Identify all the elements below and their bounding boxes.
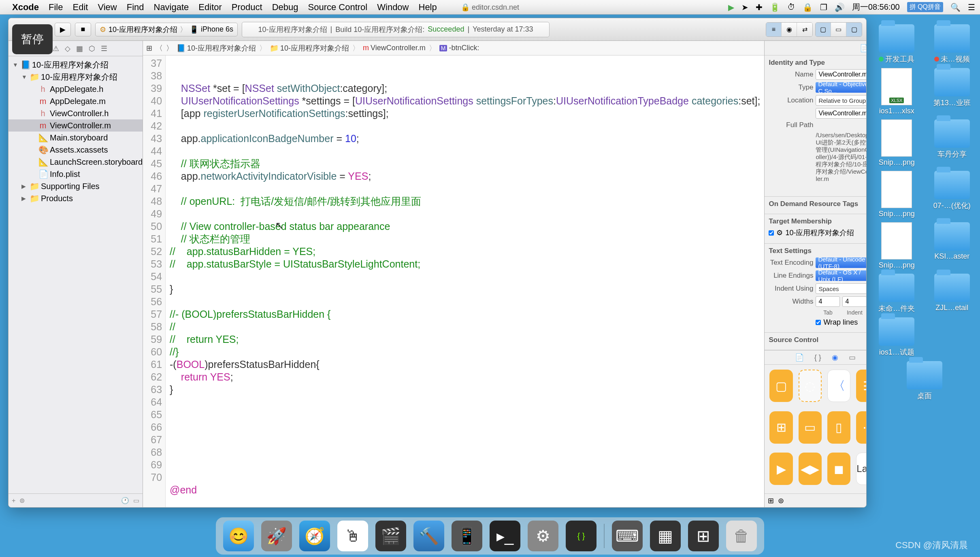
file-inspector-icon[interactable]: 📄	[860, 44, 866, 53]
desktop-item[interactable]: 第13…业班	[928, 68, 976, 115]
dock-app2[interactable]: ▦	[650, 521, 681, 551]
lib-collection[interactable]: ⊞	[769, 411, 793, 444]
navigator-toggle-icon[interactable]: ▢	[816, 23, 831, 36]
navigator-filter-bar[interactable]: + ⊚ 🕐 ▭	[9, 493, 143, 507]
lineending-select[interactable]: Default - OS X / Unix (LF)⌄	[816, 270, 866, 281]
report-nav-icon[interactable]: ☰	[101, 44, 107, 53]
back-icon[interactable]: 〈	[156, 43, 163, 53]
menu-sourcecontrol[interactable]: Source Control	[308, 2, 368, 13]
name-field[interactable]: ViewController.m	[816, 69, 866, 80]
dock-settings[interactable]: ⚙	[528, 521, 558, 551]
forward-icon[interactable]: 〉	[166, 43, 173, 53]
stop-button[interactable]: ■	[75, 23, 91, 36]
tree-item[interactable]: ▶📁Products	[9, 192, 143, 204]
dock-launchpad[interactable]: 🚀	[261, 521, 292, 551]
menu-navigate[interactable]: Navigate	[154, 2, 189, 13]
desktop-item[interactable]: KSI…aster	[928, 222, 976, 270]
status-battery-icon[interactable]: 🔋	[770, 2, 780, 12]
menu-file[interactable]: File	[49, 2, 63, 13]
status-time-icon[interactable]: ⏱	[787, 2, 795, 12]
dock-app1[interactable]: ⌨	[612, 521, 643, 551]
desktop-item[interactable]: 未命…件夹	[873, 274, 921, 313]
library-tabs[interactable]: 📄 { } ◉ ▭	[765, 350, 866, 365]
tree-item[interactable]: hViewController.h	[9, 107, 143, 119]
dock-trash[interactable]: 🗑	[726, 521, 757, 551]
editor-mode-segment[interactable]: ≡ ◉ ⇄	[766, 22, 813, 37]
panel-toggle-segment[interactable]: ▢ ▭ ▢	[815, 22, 862, 37]
status-lock-icon[interactable]: 🔒	[803, 2, 813, 12]
tree-item[interactable]: mAppDelegate.m	[9, 95, 143, 107]
menu-view[interactable]: View	[98, 2, 117, 13]
menu-find[interactable]: Find	[127, 2, 144, 13]
debug-toggle-icon[interactable]: ▭	[831, 23, 846, 36]
lib-gl[interactable]: ◀▶	[799, 453, 822, 485]
tree-item[interactable]: hAppDelegate.h	[9, 83, 143, 95]
filter-icon[interactable]: ⊚	[19, 497, 25, 504]
desktop-item[interactable]: 车丹分享	[928, 119, 976, 167]
lib-container[interactable]: ◌	[799, 370, 822, 402]
dock-mouse[interactable]: 🖱	[337, 521, 368, 551]
target-checkbox[interactable]	[769, 230, 774, 236]
related-items-icon[interactable]: ⊞	[146, 44, 152, 53]
scm-filter-icon[interactable]: ▭	[133, 497, 139, 504]
status-add-icon[interactable]: ✚	[756, 2, 763, 12]
tab-width-field[interactable]: 4	[816, 296, 840, 307]
desktop-item[interactable]: 未…视频	[928, 24, 976, 64]
tree-item[interactable]: 📐Main.storyboard	[9, 132, 143, 144]
test-nav-icon[interactable]: ◇	[65, 44, 70, 53]
code-content[interactable]: NSSet *set = [NSSet setWithObject:catego…	[166, 55, 764, 507]
jump-bar[interactable]: ⊞ 〈 〉 📘10-应用程序对象介绍〉 📁10-应用程序对象介绍〉 m View…	[143, 41, 764, 55]
project-tree[interactable]: ▼📘10-应用程序对象介绍▼📁10-应用程序对象介绍hAppDelegate.h…	[9, 56, 143, 493]
menu-editor[interactable]: Editor	[198, 2, 222, 13]
encoding-select[interactable]: Default - Unicode (UTF-8)⌄	[816, 257, 866, 268]
tree-item[interactable]: ▼📘10-应用程序对象介绍	[9, 59, 143, 71]
grid-view-icon[interactable]: ⊞	[768, 496, 774, 505]
lib-tab[interactable]: ▭	[799, 411, 822, 444]
inspector-toggle-icon[interactable]: ▢	[846, 23, 862, 36]
desktop-item[interactable]: Snip….png	[873, 171, 921, 218]
filter-field-icon[interactable]: ⊚	[778, 496, 784, 505]
desktop-item[interactable]: Snip….png	[873, 222, 921, 270]
library-filter-bar[interactable]: ⊞ ⊚	[765, 493, 866, 507]
scheme-selector[interactable]: ⚙10-应用程序对象介绍〉 📱iPhone 6s	[95, 23, 238, 36]
tree-item[interactable]: mViewController.m	[9, 119, 143, 132]
menu-edit[interactable]: Edit	[72, 2, 88, 13]
lib-nav[interactable]: 〈	[827, 370, 850, 402]
wrap-checkbox[interactable]	[816, 320, 821, 325]
dock-code[interactable]: { }	[566, 521, 597, 551]
status-play-icon[interactable]: ▶	[728, 2, 734, 12]
desktop-item[interactable]: Snip….png	[873, 119, 921, 167]
tree-item[interactable]: 📄Info.plist	[9, 168, 143, 180]
status-location-icon[interactable]: ➤	[741, 2, 748, 12]
dock-calc[interactable]: ⊞	[688, 521, 719, 551]
indent-select[interactable]: Spaces⌄	[816, 283, 866, 294]
code-snippet-icon[interactable]: { }	[814, 353, 821, 362]
dock-terminal[interactable]: ▸_	[490, 521, 520, 551]
run-button[interactable]: ▶	[55, 23, 71, 36]
dock-finder[interactable]: 😊	[223, 521, 254, 551]
desktop-item[interactable]: ios1….xlsx	[873, 68, 921, 115]
status-search-icon[interactable]: 🔍	[950, 2, 961, 12]
status-screen-icon[interactable]: ❐	[820, 2, 827, 12]
code-editor[interactable]: 3738394041424344454647484950515253545556…	[143, 55, 764, 507]
object-library-grid[interactable]: ▢ ◌ 〈 ☰ ⊞ ▭ ▯ ⋯ ▶ ◀▶ ◼ Label	[765, 365, 866, 493]
menu-window[interactable]: Window	[377, 2, 409, 13]
version-editor-icon[interactable]: ⇄	[797, 23, 812, 36]
breakpoint-nav-icon[interactable]: ⬡	[89, 44, 95, 53]
menu-help[interactable]: Help	[419, 2, 437, 13]
status-notifications-icon[interactable]: ☰	[968, 2, 975, 12]
type-select[interactable]: Default - Objective-C So...⌄	[816, 82, 866, 93]
tree-item[interactable]: ▶📁Supporting Files	[9, 180, 143, 192]
lib-split[interactable]: ▯	[827, 411, 850, 444]
lib-table[interactable]: ☰	[856, 370, 866, 402]
indent-width-field[interactable]: 4	[842, 296, 866, 307]
clock-filter-icon[interactable]: 🕐	[121, 497, 129, 504]
dock[interactable]: 😊 🚀 🧭 🖱 🎬 🔨 📱 ▸_ ⚙ { } ⌨ ▦ ⊞ 🗑	[216, 517, 764, 555]
dock-device[interactable]: 📱	[452, 521, 482, 551]
issue-nav-icon[interactable]: ⚠	[53, 44, 59, 53]
lib-page[interactable]: ⋯	[856, 411, 866, 444]
lib-cube[interactable]: ◼	[827, 453, 850, 485]
desktop-item[interactable]: ios1…试题	[873, 317, 921, 357]
desktop-item[interactable]: ZJL…etail	[928, 274, 976, 313]
add-icon[interactable]: +	[12, 497, 15, 504]
